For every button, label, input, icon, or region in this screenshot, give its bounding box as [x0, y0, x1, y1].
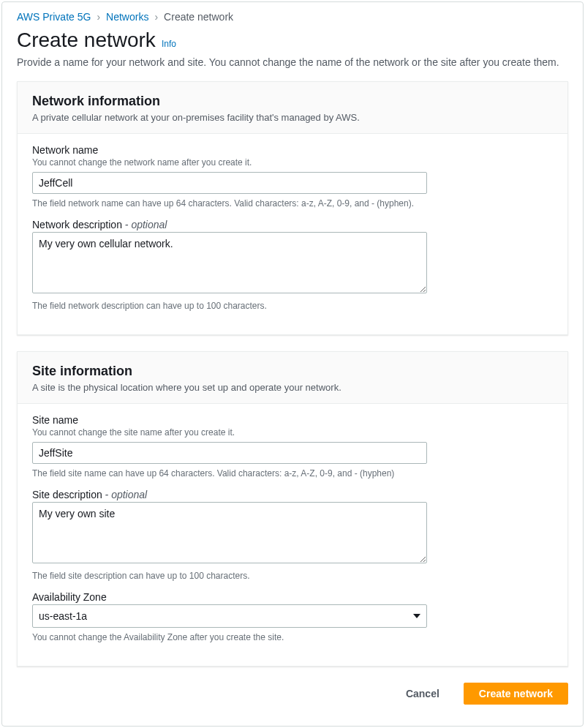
site-description-label: Site description - optional: [32, 489, 553, 500]
page-title: Create network Info: [17, 29, 568, 52]
network-description-label: Network description - optional: [32, 219, 553, 230]
info-link[interactable]: Info: [162, 39, 176, 49]
site-description-hint: The field site description can have up t…: [32, 571, 553, 581]
chevron-right-icon: ›: [154, 11, 158, 23]
site-name-input[interactable]: [32, 442, 427, 464]
network-description-field: Network description - optional The field…: [32, 219, 553, 311]
network-description-label-text: Network description: [32, 219, 122, 230]
network-panel-subtitle: A private cellular network at your on-pr…: [32, 112, 553, 123]
footer-actions: Cancel Create network: [17, 683, 568, 705]
availability-zone-field: Availability Zone us-east-1a You cannot …: [32, 591, 553, 642]
breadcrumb-link-networks[interactable]: Networks: [106, 11, 148, 23]
network-description-hint: The field network description can have u…: [32, 301, 553, 311]
page-description: Provide a name for your network and site…: [17, 56, 568, 68]
site-name-label: Site name: [32, 414, 553, 426]
caret-down-icon: [413, 614, 420, 618]
network-name-hint-bottom: The field network name can have up 64 ch…: [32, 198, 553, 209]
breadcrumb-current: Create network: [164, 11, 233, 23]
site-name-field: Site name You cannot change the site nam…: [32, 414, 553, 479]
create-network-button[interactable]: Create network: [464, 683, 568, 705]
availability-zone-select[interactable]: us-east-1a: [32, 604, 427, 628]
network-information-panel: Network information A private cellular n…: [17, 81, 568, 335]
availability-zone-hint: You cannot change the Availability Zone …: [32, 632, 553, 642]
availability-zone-value: us-east-1a: [39, 610, 87, 622]
network-name-hint-top: You cannot change the network name after…: [32, 157, 553, 168]
network-panel-title: Network information: [32, 94, 553, 109]
network-name-label: Network name: [32, 144, 553, 156]
site-panel-title: Site information: [32, 364, 553, 379]
network-name-field: Network name You cannot change the netwo…: [32, 144, 553, 209]
network-description-textarea[interactable]: [32, 232, 427, 293]
network-name-input[interactable]: [32, 172, 427, 194]
site-description-field: Site description - optional The field si…: [32, 489, 553, 581]
availability-zone-label: Availability Zone: [32, 591, 553, 603]
cancel-button[interactable]: Cancel: [390, 683, 455, 705]
site-description-textarea[interactable]: [32, 502, 427, 563]
page-title-text: Create network: [17, 29, 156, 52]
site-name-hint-bottom: The field site name can have up 64 chara…: [32, 468, 553, 479]
optional-suffix: - optional: [102, 489, 147, 500]
breadcrumb: AWS Private 5G › Networks › Create netwo…: [17, 11, 568, 23]
breadcrumb-link-service[interactable]: AWS Private 5G: [17, 11, 91, 23]
chevron-right-icon: ›: [97, 11, 100, 23]
site-name-hint-top: You cannot change the site name after yo…: [32, 427, 553, 438]
site-description-label-text: Site description: [32, 489, 102, 500]
optional-suffix: - optional: [122, 219, 167, 230]
site-panel-subtitle: A site is the physical location where yo…: [32, 382, 553, 393]
site-information-panel: Site information A site is the physical …: [17, 351, 568, 667]
